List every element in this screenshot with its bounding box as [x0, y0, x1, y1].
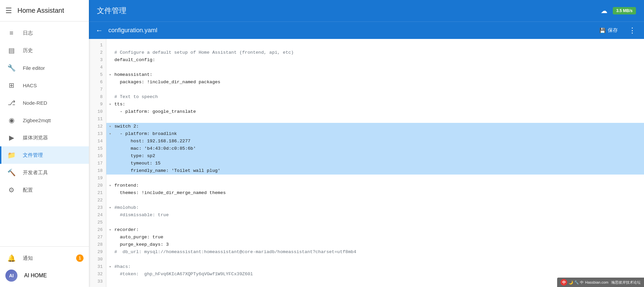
sidebar-header: ☰ Home Assistant	[0, 0, 89, 21]
node-red-icon: ⎇	[7, 98, 16, 107]
line-num-30: 30	[89, 256, 106, 263]
code-line-16: type: sp2	[106, 152, 644, 160]
code-line-18: friendly_name: 'Toilet wall plug'	[106, 167, 644, 175]
code-line-12: ▾switch 2:	[106, 123, 644, 130]
fold-btn-5[interactable]: ▾	[109, 71, 114, 79]
code-line-13: ▾ - platform: broadlink	[106, 130, 644, 138]
line-num-11: 11	[89, 115, 106, 123]
line-num-10: 10	[89, 108, 106, 115]
line-num-6: 6	[89, 79, 106, 86]
code-text-5: homeassistant:	[114, 71, 152, 79]
nav-label-zigbee2mqtt: Zigbee2mqtt	[23, 117, 84, 123]
code-line-25	[106, 219, 644, 226]
sidebar-item-zigbee2mqtt[interactable]: ◉ Zigbee2mqtt	[0, 111, 89, 129]
code-line-6: packages: !include_dir_named packages	[106, 79, 644, 86]
fold-btn-9[interactable]: ▾	[109, 101, 114, 108]
save-icon: 💾	[599, 28, 606, 34]
line-num-8: 8	[89, 93, 106, 101]
fold-btn-26[interactable]: ▾	[109, 226, 114, 234]
code-text-32: #token: ghp_hFvq6KIcA67XQPTy6qVGwf1W9LYF…	[114, 271, 253, 278]
code-line-32: #token: ghp_hFvq6KIcA67XQPTy6qVGwf1W9LYF…	[106, 271, 644, 278]
code-line-14: host: 192.168.186.2277	[106, 138, 644, 145]
nav-label-file-manager: 文件管理	[23, 152, 84, 158]
line-num-24: 24	[89, 211, 106, 219]
sidebar-item-dev-tools[interactable]: 🔨 开发者工具	[0, 164, 89, 181]
watermark: 中 🌙 🔧 中 Hassbian.com 瀚思彼岸技术论坛	[557, 278, 644, 287]
settings-icon: ⚙	[7, 185, 16, 195]
code-line-23: ▾#molohub:	[106, 204, 644, 211]
code-text-15: mac: 'b4:43:0d:c0:85:6b'	[114, 145, 196, 152]
code-text-10: - platform: google_translate	[114, 108, 196, 115]
code-text-8: # Text to speech	[114, 93, 158, 101]
code-text-12: switch 2:	[114, 123, 139, 130]
line-num-26: 26	[89, 226, 106, 234]
nav-list: ≡ 日志 ▤ 历史 🔧 File editor ⊞ HACS ⎇ Node-RE…	[0, 21, 89, 246]
code-line-9: ▾tts:	[106, 101, 644, 108]
code-text-26: recorder:	[114, 226, 139, 234]
code-line-26: ▾recorder:	[106, 226, 644, 234]
sidebar: ☰ Home Assistant ≡ 日志 ▤ 历史 🔧 File editor…	[0, 0, 89, 287]
fold-btn-23[interactable]: ▾	[109, 204, 114, 211]
line-num-12: 12	[89, 123, 106, 130]
nav-label-logs: 日志	[23, 30, 84, 36]
code-line-1	[106, 42, 644, 49]
editor-area[interactable]: 1234567891011121314151617181920212223242…	[89, 39, 644, 287]
sidebar-item-settings[interactable]: ⚙ 配置	[0, 181, 89, 199]
code-line-29: # db_url: mysql://homeassistant:homeassi…	[106, 248, 644, 256]
file-menu-button[interactable]: ⋮	[627, 25, 637, 36]
cloud-icon[interactable]: ☁	[598, 5, 610, 17]
line-num-32: 32	[89, 271, 106, 278]
line-num-31: 31	[89, 263, 106, 271]
speed-badge: 3.5 MB/s	[613, 7, 636, 14]
line-num-19: 19	[89, 175, 106, 182]
sidebar-item-node-red[interactable]: ⎇ Node-RED	[0, 94, 89, 111]
code-line-11	[106, 115, 644, 123]
line-num-27: 27	[89, 234, 106, 241]
fold-btn-20[interactable]: ▾	[109, 182, 114, 189]
code-lines[interactable]: # Configure a default setup of Home Assi…	[106, 39, 644, 287]
code-text-14: host: 192.168.186.2277	[114, 138, 191, 145]
save-button[interactable]: 💾 保存	[595, 25, 622, 36]
code-text-6: packages: !include_dir_named packages	[114, 79, 220, 86]
watermark-site: Hassbian.com	[585, 280, 608, 284]
topbar-right: ☁ 3.5 MB/s	[598, 5, 636, 17]
code-line-22	[106, 197, 644, 204]
line-numbers: 1234567891011121314151617181920212223242…	[89, 39, 106, 287]
sidebar-item-user[interactable]: AI AI HOME	[0, 267, 89, 284]
sidebar-item-media[interactable]: ▶ 媒体浏览器	[0, 129, 89, 146]
fold-btn-12[interactable]: ▾	[109, 123, 114, 130]
hacs-icon: ⊞	[7, 81, 16, 90]
fold-btn-31[interactable]: ▾	[109, 263, 114, 271]
code-text-13: - platform: broadlink	[114, 130, 177, 138]
code-text-27: auto_purge: true	[114, 234, 163, 241]
line-num-14: 14	[89, 138, 106, 145]
line-num-7: 7	[89, 86, 106, 93]
menu-icon[interactable]: ☰	[5, 6, 12, 15]
sidebar-item-history[interactable]: ▤ 历史	[0, 42, 89, 59]
code-line-27: auto_purge: true	[106, 234, 644, 241]
line-num-4: 4	[89, 64, 106, 71]
line-num-28: 28	[89, 241, 106, 248]
sidebar-item-logs[interactable]: ≡ 日志	[0, 24, 89, 42]
page-title: 文件管理	[97, 6, 598, 16]
file-header: ← configuration.yaml 💾 保存 ⋮	[89, 21, 644, 39]
fold-btn-13[interactable]: ▾	[109, 130, 114, 138]
sidebar-item-notifications[interactable]: 🔔 通知 1	[0, 249, 89, 267]
sidebar-item-file-manager[interactable]: 📁 文件管理	[0, 146, 89, 164]
code-line-28: purge_keep_days: 3	[106, 241, 644, 248]
code-line-31: ▾#hacs:	[106, 263, 644, 271]
sidebar-item-hacs[interactable]: ⊞ HACS	[0, 77, 89, 94]
code-text-34: group: !include groups.yaml	[114, 285, 188, 287]
code-line-30	[106, 256, 644, 263]
line-num-5: 5	[89, 71, 106, 79]
code-line-2: # Configure a default setup of Home Assi…	[106, 49, 644, 56]
back-button[interactable]: ←	[96, 26, 103, 35]
sidebar-item-file-editor[interactable]: 🔧 File editor	[0, 59, 89, 77]
line-num-34: 34	[89, 285, 106, 287]
code-text-2: # Configure a default setup of Home Assi…	[114, 49, 294, 56]
notification-badge: 1	[76, 254, 84, 262]
code-line-7	[106, 86, 644, 93]
watermark-sub: 瀚思彼岸技术论坛	[611, 280, 641, 285]
code-line-5: ▾homeassistant:	[106, 71, 644, 79]
file-editor-icon: 🔧	[7, 63, 16, 73]
